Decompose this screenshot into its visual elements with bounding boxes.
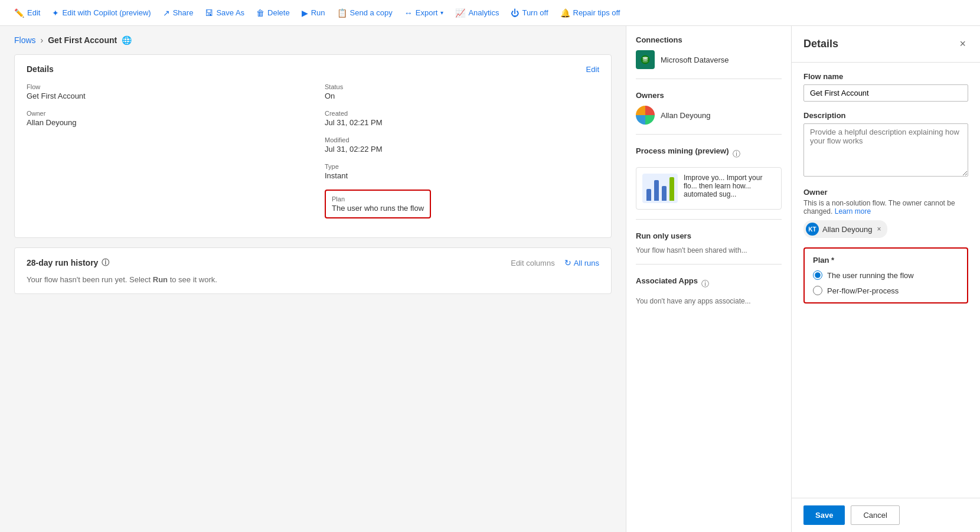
connections-section: Connections Microsoft Dataverse [636,35,782,79]
all-runs-label: All runs [574,259,599,267]
process-mining-info-icon[interactable]: ⓘ [733,149,740,159]
flow-name-field-group: Flow name [803,72,968,102]
toolbar-save-as[interactable]: 🖫 Save As [200,5,249,21]
edit-icon: ✏️ [14,8,24,18]
toolbar-run[interactable]: ▶ Run [297,5,330,21]
copilot-icon: ✦ [52,8,59,18]
details-panel-close[interactable]: × [957,35,968,53]
plan-option-user-running[interactable]: The user running the flow [813,270,959,280]
save-as-icon: 🖫 [205,8,213,18]
run-history-header: 28-day run history ⓘ Edit columns ↻ All … [27,257,599,268]
run-only-users-text: Your flow hasn't been shared with... [636,246,782,254]
associated-apps-info-icon[interactable]: ⓘ [701,279,709,289]
type-detail: Type Instant [325,163,599,180]
toolbar-repair-tips[interactable]: 🔔 Repair tips off [556,5,625,21]
plan-value: The user who runs the flow [332,204,424,213]
share-icon: ↗ [163,8,170,18]
toolbar-turn-off[interactable]: ⏻ Turn off [506,5,553,21]
process-mining-title: Process mining (preview) [636,146,729,155]
globe-icon: 🌐 [122,35,132,45]
save-button[interactable]: Save [803,505,845,525]
owner-field-group: Owner This is a non-solution flow. The o… [803,188,968,238]
plan-radio-user-running[interactable] [813,270,822,280]
owner-name: Allan Deyoung [661,111,711,120]
run-history-empty-text1: Your flow hasn't been run yet. Select [27,275,153,284]
export-chevron-icon: ▾ [440,9,443,16]
toolbar-turn-off-label: Turn off [522,8,548,17]
toolbar-edit-copilot[interactable]: ✦ Edit with Copilot (preview) [47,5,155,21]
toolbar-edit[interactable]: ✏️ Edit [9,5,45,21]
created-detail: Created Jul 31, 02:21 PM [325,110,599,127]
toolbar-delete[interactable]: 🗑 Delete [251,5,295,21]
status-detail: Status On [325,83,599,100]
send-copy-icon: 📋 [337,8,347,18]
run-history-actions: Edit columns ↻ All runs [511,258,599,267]
run-history-info-icon[interactable]: ⓘ [102,257,109,268]
owner-desc: This is a non-solution flow. The owner c… [803,199,968,216]
toolbar-repair-tips-label: Repair tips off [573,8,620,17]
turn-off-icon: ⏻ [511,8,519,18]
delete-icon: 🗑 [256,8,264,18]
toolbar-edit-label: Edit [27,8,40,17]
run-icon: ▶ [302,8,308,18]
bar3 [662,186,667,201]
owners-title: Owners [636,91,782,100]
owner-value: Allan Deyoung [27,118,301,127]
toolbar-export[interactable]: ↔ Export ▾ [400,5,449,21]
modified-label: Modified [325,136,599,143]
plan-option-user-running-label: The user running the flow [827,271,914,280]
description-textarea[interactable] [803,123,968,177]
status-value: On [325,92,599,100]
description-field-label: Description [803,111,968,120]
edit-columns-link[interactable]: Edit columns [511,259,554,267]
status-label: Status [325,83,599,90]
owner-tag-remove[interactable]: × [877,225,881,233]
details-left: Flow Get First Account Owner Allan Deyou… [27,83,301,228]
owner-tag-avatar: KT [806,223,819,236]
run-word: Run [153,275,168,284]
details-edit-link[interactable]: Edit [586,65,599,74]
created-label: Created [325,110,599,117]
owner-tag: KT Allan Deyoung × [803,220,887,238]
toolbar-delete-label: Delete [267,8,290,17]
associated-apps-section: Associated Apps ⓘ You don't have any app… [636,276,782,315]
plan-option-per-flow[interactable]: Per-flow/Per-process [813,286,959,295]
owner-detail: Owner Allan Deyoung [27,110,301,127]
created-value: Jul 31, 02:21 PM [325,118,599,127]
dataverse-icon [636,50,655,69]
breadcrumb-separator: › [41,35,44,45]
refresh-icon: ↻ [564,258,571,267]
right-panel: Connections Microsoft Dataverse Owners A [626,26,791,532]
run-history-title-group: 28-day run history ⓘ [27,257,109,268]
run-history-empty-text2: to see it work. [168,275,217,284]
description-field-group: Description [803,111,968,178]
cancel-button[interactable]: Cancel [851,505,899,525]
process-mining-card: Improve yo... Import your flo... then le… [636,167,782,210]
toolbar-copilot-label: Edit with Copilot (preview) [62,8,151,17]
toolbar-send-copy[interactable]: 📋 Send a copy [332,5,397,21]
plan-field-label: Plan * [813,256,959,265]
flow-label: Flow [27,83,301,90]
owner-learn-more-link[interactable]: Learn more [835,207,871,216]
flow-name-input[interactable] [803,84,968,102]
modified-value: Jul 31, 02:22 PM [325,145,599,154]
plan-radio-per-flow[interactable] [813,286,822,295]
modified-detail: Modified Jul 31, 02:22 PM [325,136,599,154]
breadcrumb-current: Get First Account [48,35,117,45]
type-label: Type [325,163,599,170]
owner-field-label: Owner [803,188,968,197]
plan-section: Plan * The user running the flow Per-flo… [803,247,968,303]
content-panel: Flows › Get First Account 🌐 Details Edit… [0,26,626,532]
details-panel-title: Details [803,38,838,50]
breadcrumb-parent[interactable]: Flows [14,35,36,45]
connections-title: Connections [636,35,782,44]
toolbar-send-copy-label: Send a copy [350,8,393,17]
bar2 [654,180,659,201]
analytics-icon: 📈 [455,8,465,18]
toolbar: ✏️ Edit ✦ Edit with Copilot (preview) ↗ … [0,0,980,26]
toolbar-share[interactable]: ↗ Share [158,5,198,21]
toolbar-analytics[interactable]: 📈 Analytics [450,5,504,21]
run-history-empty: Your flow hasn't been run yet. Select Ru… [27,275,599,284]
all-runs-link[interactable]: ↻ All runs [564,258,599,267]
associated-apps-text: You don't have any apps associate... [636,297,782,305]
